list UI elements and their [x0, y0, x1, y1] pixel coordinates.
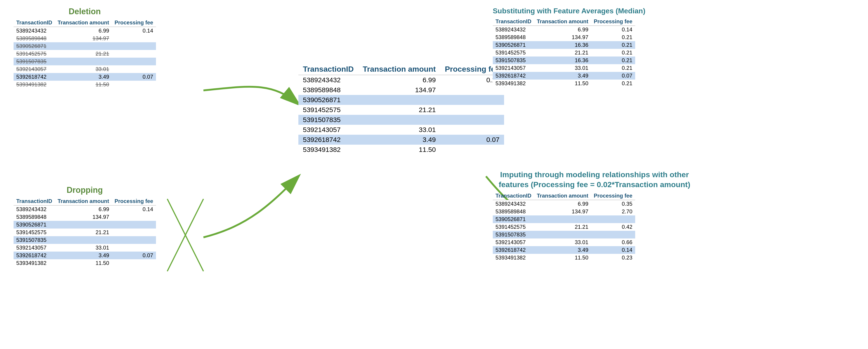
- cell-id: 5391507835: [13, 236, 55, 244]
- table-row: 5389589848134.97: [13, 213, 156, 221]
- table-row: 539349138211.500.21: [493, 80, 635, 87]
- svg-line-1: [167, 199, 204, 271]
- imp-col-fee: Processing fee: [591, 192, 635, 200]
- cell-amount: [358, 115, 440, 125]
- main-col-amount: Transaction amount: [358, 63, 440, 75]
- cell-id: 5392618742: [493, 246, 534, 254]
- table-row: 5390526871: [298, 95, 504, 105]
- cell-amount: 33.01: [55, 65, 112, 73]
- del-col-id: TransactionID: [13, 19, 55, 27]
- cell-fee: 0.21: [591, 57, 635, 64]
- cell-amount: 11.50: [534, 80, 591, 87]
- cell-fee: [112, 58, 156, 65]
- table-row: 539349138211.500.23: [493, 254, 635, 261]
- cell-id: 5392618742: [13, 73, 55, 81]
- cell-fee: [112, 42, 156, 50]
- cell-fee: 0.14: [112, 205, 156, 213]
- cell-id: 5390526871: [493, 215, 534, 223]
- cell-amount: 21.21: [358, 105, 440, 115]
- cell-amount: 3.49: [55, 252, 112, 259]
- cell-fee: [112, 35, 156, 42]
- drop-col-amount: Transaction amount: [55, 197, 112, 205]
- cell-amount: 6.99: [55, 205, 112, 213]
- cell-fee: 0.07: [440, 135, 504, 145]
- cell-amount: 33.01: [534, 64, 591, 72]
- table-row: 53926187423.490.07: [13, 252, 156, 259]
- cell-amount: 21.21: [55, 50, 112, 58]
- imputing-table: TransactionID Transaction amount Process…: [493, 192, 635, 261]
- imputing-section: Imputing through modeling relationships …: [493, 169, 696, 261]
- table-row: 5391507835: [493, 231, 635, 239]
- cell-amount: 21.21: [534, 49, 591, 57]
- table-row: 5391507835: [13, 236, 156, 244]
- cell-fee: [112, 236, 156, 244]
- cell-fee: 0.07: [112, 252, 156, 259]
- cell-fee: 0.14: [591, 246, 635, 254]
- table-row: 539145257521.21: [298, 105, 504, 115]
- cell-amount: 33.01: [534, 239, 591, 246]
- cell-amount: [358, 95, 440, 105]
- table-row: 539150783516.360.21: [493, 57, 635, 64]
- table-row: 5391507835: [298, 115, 504, 125]
- cell-amount: [55, 221, 112, 228]
- cell-fee: [112, 228, 156, 236]
- table-row: 53892434326.990.35: [493, 200, 635, 208]
- cell-id: 5393491382: [13, 81, 55, 88]
- cell-id: 5390526871: [13, 221, 55, 228]
- substituting-section: Substituting with Feature Averages (Medi…: [493, 7, 645, 87]
- cell-fee: 0.14: [112, 27, 156, 35]
- cell-id: 5389243432: [13, 205, 55, 213]
- cell-fee: 0.42: [591, 223, 635, 231]
- table-row: 539214305733.01: [13, 244, 156, 252]
- cell-id: 5392618742: [493, 72, 534, 80]
- cell-fee: 0.21: [591, 41, 635, 49]
- cell-amount: 11.50: [358, 145, 440, 155]
- cell-fee: 0.07: [112, 73, 156, 81]
- cell-id: 5392143057: [493, 64, 534, 72]
- sub-col-amount: Transaction amount: [534, 18, 591, 26]
- cell-id: 5392143057: [13, 65, 55, 73]
- main-table: TransactionID Transaction amount Process…: [298, 63, 504, 155]
- table-row: 5390526871: [13, 221, 156, 228]
- imputing-title: Imputing through modeling relationships …: [493, 169, 696, 189]
- cell-amount: 11.50: [534, 254, 591, 261]
- table-row: 539349138211.50: [13, 81, 156, 88]
- cell-amount: [55, 58, 112, 65]
- table-row: 53926187423.490.07: [493, 72, 635, 80]
- table-row: 53926187423.490.07: [298, 135, 504, 145]
- cell-id: 5391507835: [493, 231, 534, 239]
- deletion-title: Deletion: [13, 7, 156, 16]
- cell-amount: 33.01: [358, 125, 440, 135]
- imp-col-amount: Transaction amount: [534, 192, 591, 200]
- cell-fee: [591, 231, 635, 239]
- cell-amount: 134.97: [534, 33, 591, 41]
- table-row: 5389589848134.97: [13, 35, 156, 42]
- cell-id: 5389243432: [493, 200, 534, 208]
- cell-fee: [440, 105, 504, 115]
- cell-id: 5389243432: [298, 75, 358, 85]
- table-row: 5390526871: [493, 215, 635, 223]
- cell-id: 5389589848: [493, 33, 534, 41]
- cell-fee: [112, 50, 156, 58]
- cell-amount: 21.21: [534, 223, 591, 231]
- del-col-fee: Processing fee: [112, 19, 156, 27]
- cell-id: 5391452575: [493, 223, 534, 231]
- cell-id: 5392143057: [298, 125, 358, 135]
- table-row: 539214305733.01: [13, 65, 156, 73]
- table-row: 539214305733.010.66: [493, 239, 635, 246]
- table-row: 5391507835: [13, 58, 156, 65]
- cell-amount: 3.49: [534, 246, 591, 254]
- cell-id: 5389243432: [493, 26, 534, 34]
- cell-fee: 2.70: [591, 208, 635, 215]
- table-row: 539145257521.210.42: [493, 223, 635, 231]
- cell-id: 5390526871: [493, 41, 534, 49]
- table-row: 53892434326.990.14: [298, 75, 504, 85]
- cell-fee: [112, 65, 156, 73]
- table-row: 539349138211.50: [13, 259, 156, 267]
- cell-amount: 11.50: [55, 259, 112, 267]
- cell-amount: 21.21: [55, 228, 112, 236]
- cell-fee: [440, 125, 504, 135]
- cell-amount: 134.97: [534, 208, 591, 215]
- cell-id: 5392143057: [13, 244, 55, 252]
- svg-line-2: [167, 199, 204, 271]
